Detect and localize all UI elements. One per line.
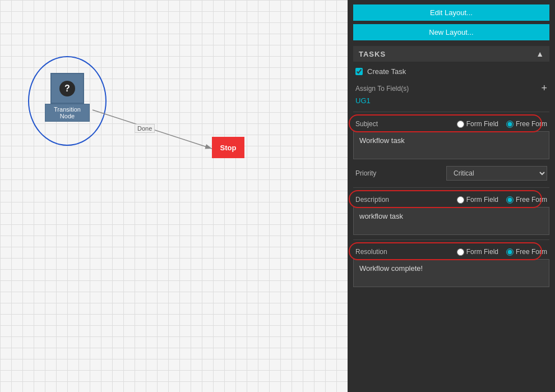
resolution-section: Resolution Form Field Free Form — [353, 245, 549, 259]
question-mark-icon: ? — [59, 81, 75, 96]
priority-select[interactable]: Critical High Medium Low — [446, 166, 547, 181]
create-task-label: Create Task — [367, 67, 406, 76]
description-form-field-radio[interactable] — [457, 196, 464, 204]
add-assign-button[interactable]: + — [541, 82, 547, 94]
subject-label: Subject — [355, 120, 400, 128]
resolution-label: Resolution — [355, 248, 400, 256]
subject-row: Subject Form Field Free Form — [353, 117, 549, 131]
edit-layout-button[interactable]: Edit Layout... — [353, 4, 549, 21]
tasks-header-arrow-icon[interactable]: ▲ — [536, 49, 544, 58]
description-free-form-option[interactable]: Free Form — [506, 196, 547, 204]
description-row: Description Form Field Free Form — [353, 192, 549, 207]
canvas-area[interactable]: ? TransitionNode Done Stop — [0, 0, 348, 392]
tasks-header: TASKS ▲ — [353, 46, 549, 62]
subject-section: Subject Form Field Free Form — [353, 117, 549, 131]
transition-node[interactable]: ? TransitionNode — [42, 73, 92, 122]
top-buttons: Edit Layout... New Layout... — [348, 0, 555, 46]
arrow-svg — [0, 0, 348, 392]
priority-row: Priority Critical High Medium Low — [353, 164, 549, 183]
assign-to-label: Assign To Field(s) — [355, 85, 409, 93]
description-section: Description Form Field Free Form — [353, 192, 549, 207]
done-label: Done — [135, 124, 155, 133]
node-icon-box: ? — [50, 73, 84, 104]
subject-form-field-option[interactable]: Form Field — [457, 120, 498, 128]
divider-3 — [353, 239, 549, 240]
create-task-row: Create Task — [353, 67, 549, 76]
right-panel: Edit Layout... New Layout... TASKS ▲ Cre… — [348, 0, 555, 392]
subject-form-field-radio[interactable] — [457, 121, 464, 128]
tasks-header-title: TASKS — [359, 50, 386, 58]
subject-free-form-option[interactable]: Free Form — [506, 120, 547, 128]
resolution-radio-group: Form Field Free Form — [457, 248, 547, 256]
create-task-checkbox[interactable] — [355, 68, 363, 75]
description-radio-group: Form Field Free Form — [457, 196, 547, 204]
stop-node[interactable]: Stop — [212, 137, 244, 158]
tasks-section: TASKS ▲ Create Task Assign To Field(s) +… — [348, 46, 555, 297]
resolution-free-form-radio[interactable] — [506, 248, 514, 256]
subject-free-form-radio[interactable] — [506, 121, 514, 128]
divider-1 — [353, 112, 549, 112]
description-form-field-option[interactable]: Form Field — [457, 196, 498, 204]
resolution-form-field-radio[interactable] — [457, 248, 464, 256]
assign-value: UG1 — [353, 96, 549, 105]
resolution-value-box[interactable]: Workflow complete! — [353, 259, 549, 287]
description-free-form-radio[interactable] — [506, 196, 514, 204]
subject-value-box[interactable]: Workflow task — [353, 131, 549, 159]
description-label: Description — [355, 196, 400, 204]
subject-radio-group: Form Field Free Form — [457, 120, 547, 128]
resolution-free-form-option[interactable]: Free Form — [506, 248, 547, 256]
resolution-row: Resolution Form Field Free Form — [353, 245, 549, 259]
priority-label: Priority — [355, 169, 376, 177]
divider-2 — [353, 187, 549, 188]
node-label: TransitionNode — [45, 104, 90, 122]
new-layout-button[interactable]: New Layout... — [353, 24, 549, 40]
description-value-box[interactable]: workflow task — [353, 207, 549, 235]
resolution-form-field-option[interactable]: Form Field — [457, 248, 498, 256]
assign-to-row: Assign To Field(s) + — [353, 82, 549, 94]
